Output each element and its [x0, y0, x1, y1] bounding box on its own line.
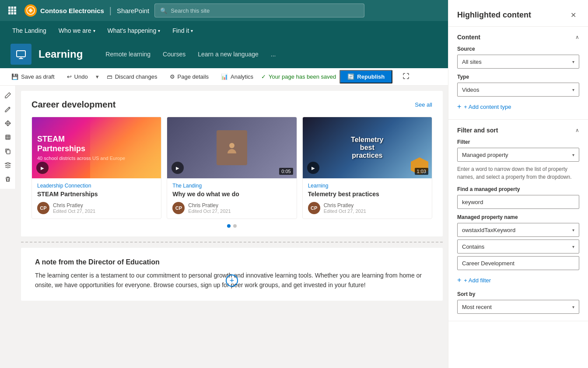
- edit-tool[interactable]: [2, 89, 14, 101]
- career-dev-section: Career development See all STEAMPartners…: [21, 91, 443, 236]
- sort-by-dropdown[interactable]: Most recent ▾: [457, 300, 579, 314]
- author-name-2: Chris Pratley: [188, 202, 231, 208]
- chevron-down-icon: ▾: [158, 28, 160, 33]
- author-info-2: Chris Pratley Edited Oct 27, 2021: [188, 202, 231, 214]
- type-dropdown[interactable]: Videos ▾: [457, 83, 579, 97]
- chevron-down-icon: ▾: [572, 305, 574, 309]
- resize-tool[interactable]: [2, 131, 14, 143]
- svg-rect-3: [8, 10, 10, 12]
- filter-hint: Enter a word to narrow down the list of …: [457, 165, 579, 181]
- see-all-link[interactable]: See all: [415, 101, 432, 108]
- undo-button[interactable]: ↩ Undo: [63, 72, 92, 82]
- video-title-2: Why we do what we do: [172, 191, 291, 198]
- steam-title-bg: STEAMPartnerships: [37, 135, 85, 153]
- video-card-1[interactable]: STEAMPartnerships 40 school districts ac…: [32, 117, 161, 219]
- app-name: Contoso Electronics: [40, 7, 104, 14]
- analytics-button[interactable]: 📊 Analytics: [217, 72, 258, 82]
- sort-by-label: Sort by: [457, 291, 579, 297]
- search-bar[interactable]: 🔍 Search this site: [154, 3, 364, 17]
- why-bg: [167, 117, 296, 178]
- filter-dropdown[interactable]: Managed property ▾: [457, 148, 579, 162]
- video-thumb-1: STEAMPartnerships 40 school districts ac…: [32, 117, 161, 178]
- republish-button[interactable]: 🔄 Republish: [340, 70, 392, 83]
- video-duration-2: 0:05: [279, 168, 293, 175]
- author-name-1: Chris Pratley: [53, 202, 95, 208]
- panel-header: Highlighted content ✕: [448, 0, 588, 27]
- nav-divider: |: [109, 6, 112, 16]
- waffle-menu[interactable]: [5, 3, 19, 17]
- right-panel: Highlighted content ✕ Content ∧ Source A…: [448, 0, 588, 368]
- logo-icon: [24, 4, 37, 17]
- video-title-1: STEAM Partnerships: [37, 191, 156, 198]
- dot-2[interactable]: [233, 224, 237, 228]
- platform-name: SharePoint: [117, 7, 149, 14]
- filter-value-input[interactable]: [457, 256, 579, 270]
- save-draft-button[interactable]: 💾 Save as draft: [7, 72, 59, 82]
- chevron-down-icon: ▾: [572, 244, 574, 249]
- add-filter-link[interactable]: + + Add filter: [457, 274, 579, 286]
- page-nav-courses[interactable]: Courses: [158, 48, 191, 60]
- collapse-filter-icon: ∧: [575, 127, 579, 133]
- author-date-1: Edited Oct 27, 2021: [53, 208, 95, 214]
- content-section-title: Content: [457, 34, 480, 41]
- video-card-2[interactable]: ▶ 0:05 The Landing Why we do what we do …: [167, 117, 297, 219]
- content-section-header[interactable]: Content ∧: [457, 34, 579, 41]
- section-separator: [21, 242, 443, 243]
- chevron-down-icon: ▾: [191, 28, 193, 33]
- video-author-3: CP Chris Pratley Edited Oct 27, 2021: [308, 202, 427, 214]
- add-content-type-link[interactable]: + + Add content type: [457, 101, 579, 112]
- page-nav-language[interactable]: Learn a new language: [192, 48, 264, 60]
- video-title-3: Telemetry best practices: [308, 191, 427, 198]
- chevron-down-icon: ▾: [572, 228, 574, 233]
- dot-1[interactable]: [227, 224, 231, 228]
- video-cards: STEAMPartnerships 40 school districts ac…: [32, 117, 432, 219]
- find-managed-input[interactable]: [457, 195, 579, 209]
- pencil-tool[interactable]: [2, 103, 14, 115]
- undo-icon: ↩: [67, 73, 72, 80]
- page-details-button[interactable]: ⚙ Page details: [165, 72, 214, 82]
- author-info-1: Chris Pratley Edited Oct 27, 2021: [53, 202, 95, 214]
- page-icon: [10, 44, 32, 65]
- page-nav-remote[interactable]: Remote learning: [100, 48, 156, 60]
- author-info-3: Chris Pratley Edited Oct 27, 2021: [324, 202, 366, 214]
- left-sidebar: [0, 86, 16, 189]
- check-icon: ✓: [261, 73, 266, 80]
- discard-button[interactable]: 🗃 Discard changes: [102, 72, 162, 82]
- expand-button[interactable]: [399, 71, 413, 82]
- author-name-3: Chris Pratley: [324, 202, 366, 208]
- move-tool[interactable]: [2, 117, 14, 129]
- add-section-button[interactable]: +: [226, 274, 238, 287]
- site-nav-landing[interactable]: The Landing: [7, 24, 52, 38]
- source-dropdown[interactable]: All sites ▾: [457, 55, 579, 69]
- find-managed-label: Find a managed property: [457, 186, 579, 192]
- layers-tool[interactable]: [2, 159, 14, 171]
- filter-section-header[interactable]: Filter and sort ∧: [457, 127, 579, 134]
- chevron-down-icon: ▾: [93, 28, 95, 33]
- search-placeholder: Search this site: [171, 7, 210, 14]
- site-nav-who[interactable]: Who we are ▾: [53, 24, 101, 38]
- pagination: [32, 224, 432, 228]
- video-thumb-3: Telemetrybestpractices ▶ 1:03: [303, 117, 432, 178]
- site-nav-happening[interactable]: What's happening ▾: [102, 24, 166, 38]
- site-nav-find[interactable]: Find it ▾: [167, 24, 198, 38]
- play-button-3[interactable]: ▶: [307, 162, 319, 174]
- author-avatar-1: CP: [37, 202, 49, 214]
- type-label: Type: [457, 74, 579, 80]
- condition-dropdown[interactable]: Contains ▾: [457, 240, 579, 253]
- video-author-2: CP Chris Pratley Edited Oct 27, 2021: [172, 202, 291, 214]
- panel-close-button[interactable]: ✕: [567, 9, 579, 21]
- analytics-icon: 📊: [221, 73, 228, 80]
- video-card-3[interactable]: Telemetrybestpractices ▶ 1:03 Learning T…: [302, 117, 432, 219]
- copy-tool[interactable]: [2, 145, 14, 157]
- svg-rect-13: [17, 51, 25, 57]
- delete-tool[interactable]: [2, 173, 14, 185]
- video-info-1: Leadership Connection STEAM Partnerships…: [32, 178, 161, 219]
- panel-filter-section: Filter and sort ∧ Filter Managed propert…: [448, 120, 588, 321]
- saved-indicator: ✓ Your page has been saved: [261, 73, 336, 80]
- managed-property-dropdown[interactable]: owstaxIdTaxKeyword ▾: [457, 223, 579, 237]
- play-button-1[interactable]: ▶: [36, 162, 49, 174]
- plus-icon: +: [457, 276, 461, 284]
- app-logo[interactable]: Contoso Electronics: [24, 4, 104, 17]
- page-nav-more[interactable]: ...: [266, 48, 281, 60]
- dropdown-arrow-undo[interactable]: ▾: [96, 73, 99, 80]
